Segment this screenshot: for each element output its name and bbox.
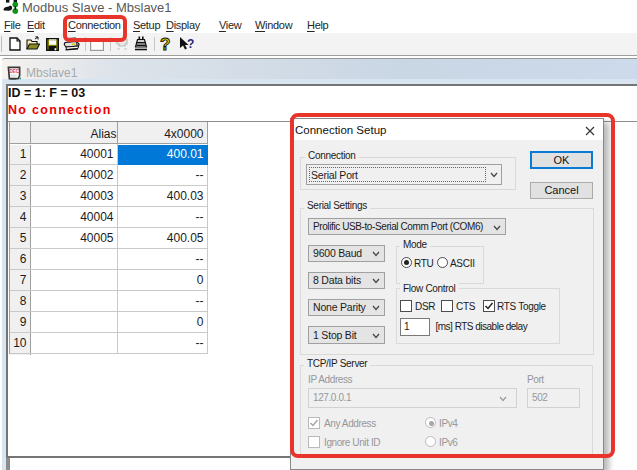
svg-text:?: ? <box>187 37 194 51</box>
svg-text:DEC: DEC <box>9 69 19 74</box>
